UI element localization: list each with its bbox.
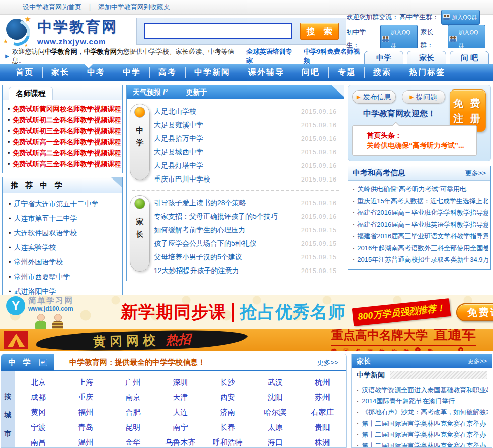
city-link[interactable]: 石家庄	[311, 408, 334, 417]
nav-item[interactable]: 中学新闻	[186, 67, 239, 78]
news-link[interactable]: 重庆近15年高考大数据：近七成学生选择上北	[357, 197, 488, 205]
school-link[interactable]: 辽宁省大连市第五十二中学	[14, 200, 99, 208]
city-link[interactable]: 南昌	[31, 438, 46, 447]
schools-more-link[interactable]: 更多>>	[317, 358, 338, 367]
nav-item[interactable]: 中学	[114, 67, 150, 78]
nav-item[interactable]: 热门标签	[400, 67, 454, 78]
article-link[interactable]: 大足县拾万中学	[154, 134, 301, 143]
headline-link[interactable]: 关岭供电确保“高考听力考试”...	[367, 141, 464, 149]
nav-item[interactable]: 家长	[43, 67, 78, 78]
jd100-ad-banner[interactable]: Y 简单学习网 www.jd100.com 新学期同步课 抢占优秀名师 800万…	[0, 295, 493, 329]
parent-more-link[interactable]: 更多>>	[468, 357, 487, 366]
city-link[interactable]: 宁波	[31, 423, 46, 432]
city-link[interactable]: 武汉	[268, 378, 283, 387]
quick-tab[interactable]: 问 吧	[450, 51, 489, 64]
article-link[interactable]: 大足县灯塔中学	[154, 161, 301, 170]
free-trial-button[interactable]: 免费试听	[456, 303, 493, 321]
city-link[interactable]: 苏州	[315, 393, 330, 402]
join-qq-button[interactable]: 加入QQ群	[441, 10, 480, 25]
school-link[interactable]: 常州市西夏墅中学	[14, 273, 70, 281]
city-link[interactable]: 济南	[220, 408, 235, 417]
city-link[interactable]: 沈阳	[268, 393, 283, 402]
article-link[interactable]: 专家支招：父母正确批评孩子的5个技巧	[154, 212, 301, 221]
city-link[interactable]: 哈尔滨	[264, 408, 286, 417]
city-link[interactable]: 昆明	[125, 423, 140, 432]
city-link[interactable]: 上海	[78, 378, 93, 387]
city-link[interactable]: 贵阳	[315, 423, 330, 432]
course-link[interactable]: 免费试听高二全科名师教学视频课程	[13, 149, 121, 157]
news-link[interactable]: 2015年江苏普通高校招生录取各类新生34.9万	[357, 256, 488, 263]
ask-question-button[interactable]: ▶提问题	[402, 90, 446, 104]
news-link[interactable]: 2016年起湖南高考语数外三科全部使用全国卷	[357, 244, 488, 252]
city-link[interactable]: 太原	[268, 423, 283, 432]
city-link[interactable]: 成都	[31, 393, 46, 402]
nav-item[interactable]: 搜索	[365, 67, 400, 78]
course-link[interactable]: 免费试听黄冈网校名师教学视频课程	[13, 105, 121, 113]
teacher-courses-title[interactable]: 名师课程	[9, 87, 53, 100]
nav-item[interactable]: 中考	[78, 67, 114, 78]
article-link[interactable]: 父母培养小男子汉的5个建议	[154, 253, 301, 262]
city-link[interactable]: 重庆	[78, 393, 93, 402]
article-link[interactable]: 重庆市巴川中学校	[154, 175, 301, 184]
by-city-side-tab[interactable]: 按城市	[1, 371, 15, 448]
article-link[interactable]: 孩子应学会公共场合下的5种礼仪	[154, 239, 301, 248]
add-favorite-link[interactable]: 添加中学教育网到收藏夹	[98, 3, 170, 12]
article-link[interactable]: 12大妙招提升孩子的注意力	[154, 266, 301, 276]
set-home-link[interactable]: 设中学教育网为首页	[23, 3, 81, 12]
city-link[interactable]: 广州	[125, 378, 140, 387]
news-link[interactable]: 汉语教学资源全面进入泰国基础教育和职业教	[362, 386, 488, 394]
city-link[interactable]: 乌鲁木齐	[165, 438, 195, 447]
news-link[interactable]: 2014国际青年舞蹈节在澳门举行	[362, 397, 455, 405]
quick-tab[interactable]: 家长	[407, 51, 446, 64]
article-link[interactable]: 如何缓解考前学生的心理压力	[154, 226, 301, 235]
course-link[interactable]: 免费试听初二全科名师教学视频课程	[13, 116, 121, 124]
free-video-link[interactable]: 中学9科免费名师视频	[304, 47, 364, 65]
article-link[interactable]: 大足北山学校	[154, 107, 301, 116]
city-link[interactable]: 大连	[173, 408, 188, 417]
search-button[interactable]: 搜 索	[300, 23, 339, 40]
news-link[interactable]: 福建省2016届高三毕业班语文学科教学指导意	[357, 232, 488, 240]
city-link[interactable]: 天津	[173, 393, 188, 402]
city-link[interactable]: 长沙	[220, 378, 235, 387]
tab-parent[interactable]: 家长	[130, 195, 150, 272]
city-link[interactable]: 株洲	[315, 438, 330, 447]
tab-school[interactable]: 中学	[130, 104, 150, 180]
city-link[interactable]: 金华	[125, 438, 140, 447]
quick-tab[interactable]: 中学	[364, 51, 403, 64]
school-link[interactable]: 大连市第五十二中学	[14, 214, 77, 222]
city-link[interactable]: 福州	[78, 408, 93, 417]
course-link[interactable]: 免费试听高三全科名师教学视频课程	[13, 160, 121, 168]
course-link[interactable]: 免费试听高一全科名师教学视频课程	[13, 138, 121, 146]
news-link[interactable]: 第十二届国际语言学奥林匹克竞赛在京举办	[362, 442, 486, 448]
publish-info-button[interactable]: ▶发布信息	[352, 90, 396, 104]
city-link[interactable]: 杭州	[315, 378, 330, 387]
search-input[interactable]	[144, 23, 292, 39]
school-link[interactable]: 大连软件园双语学校	[14, 229, 77, 237]
article-link[interactable]: 引导孩子爱上读书的28个策略	[154, 199, 301, 208]
city-link[interactable]: 南宁	[173, 423, 188, 432]
city-link[interactable]: 深圳	[173, 378, 188, 387]
news-link[interactable]: 第十二届国际语言学奥林匹克竞赛在京举办	[362, 431, 486, 438]
site-logo[interactable]: ★ ★ ★ 中学教育网 www.zhxjyw.com	[4, 17, 136, 46]
exam-info-more-link[interactable]: 更多>>	[465, 169, 486, 178]
city-link[interactable]: 西安	[220, 393, 235, 402]
nav-item[interactable]: 专题	[329, 67, 365, 78]
school-link[interactable]: 大连实验学校	[14, 243, 56, 251]
article-link[interactable]: 大足县城西中学	[154, 148, 301, 157]
news-link[interactable]: 福建省2016届高三毕业班英语学科教学指导意	[357, 221, 488, 228]
nav-item[interactable]: 首页	[7, 67, 43, 78]
article-link[interactable]: 大足县雍溪中学	[154, 121, 301, 130]
city-link[interactable]: 温州	[78, 438, 93, 447]
huanggang-ad-banner[interactable]: 黄冈网校 热招 重点高中名牌大学 直通车 黄冈名师为你做家教	[0, 329, 493, 351]
news-link[interactable]: 关岭供电确保“高考听力考试”可靠用电	[357, 185, 466, 193]
school-link[interactable]: 常州外国语学校	[14, 258, 63, 266]
news-link[interactable]: 《掷地有声》沙龙：高考改革，如何破解独木	[362, 408, 488, 416]
nav-item[interactable]: 问吧	[293, 67, 329, 78]
course-link[interactable]: 免费试听初三全科名师教学视频课程	[13, 127, 121, 135]
city-link[interactable]: 青岛	[78, 423, 93, 432]
city-link[interactable]: 合肥	[125, 408, 140, 417]
city-link[interactable]: 呼和浩特	[213, 438, 243, 447]
city-link[interactable]: 海口	[268, 438, 283, 447]
english-training-link[interactable]: 全球英语培训专家	[247, 47, 297, 65]
news-link[interactable]: 福建省2016届高三毕业班化学学科教学指导意	[357, 209, 488, 216]
